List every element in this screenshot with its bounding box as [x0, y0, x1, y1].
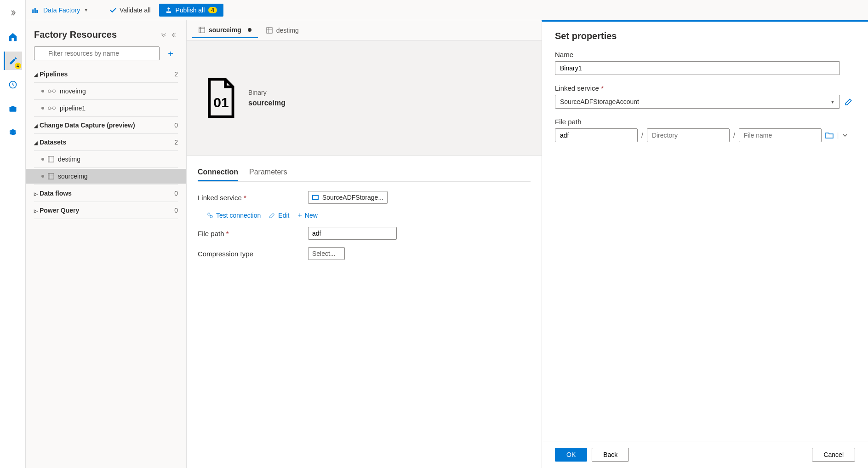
- tree-title: Factory Resources: [34, 29, 117, 40]
- tab-destimg[interactable]: destimg: [260, 23, 305, 38]
- dataset-item-sourceimg[interactable]: sourceimg: [26, 169, 186, 184]
- file-path-input[interactable]: [308, 227, 397, 240]
- ok-button[interactable]: OK: [555, 448, 587, 462]
- publish-badge: 4: [208, 7, 217, 13]
- connection-tab[interactable]: Connection: [198, 164, 238, 181]
- set-properties-panel: Set properties Name Linked service * Sou…: [542, 20, 868, 468]
- cancel-button[interactable]: Cancel: [812, 448, 855, 462]
- pipelines-section[interactable]: ◢ Pipelines 2: [26, 67, 186, 81]
- new-button[interactable]: + New: [297, 211, 317, 220]
- container-input[interactable]: [555, 128, 638, 142]
- editor-tabs: sourceimg destimg: [187, 20, 542, 40]
- dataflows-section[interactable]: ▷ Data flows 0: [26, 186, 186, 201]
- topbar: Data Factory ▼ Validate all Publish all …: [26, 0, 868, 20]
- dataset-type: Binary: [248, 89, 286, 96]
- author-icon[interactable]: 4: [4, 52, 22, 70]
- svg-rect-12: [199, 27, 205, 32]
- add-resource-button[interactable]: +: [163, 46, 178, 61]
- canvas: sourceimg destimg 01: [187, 20, 542, 468]
- svg-rect-13: [267, 27, 272, 33]
- edit-button[interactable]: Edit: [269, 211, 289, 220]
- binary-file-icon: 01: [205, 78, 237, 118]
- tab-sourceimg[interactable]: sourceimg: [192, 23, 258, 38]
- chevron-down-icon: ▼: [84, 7, 88, 12]
- browse-folder-icon[interactable]: [825, 132, 834, 139]
- datasets-section[interactable]: ◢ Datasets 2: [26, 135, 186, 150]
- left-rail: 4: [0, 0, 26, 468]
- test-connection-button[interactable]: Test connection: [207, 211, 261, 220]
- svg-rect-4: [34, 8, 36, 13]
- directory-input[interactable]: [647, 128, 730, 142]
- svg-rect-9: [53, 107, 55, 109]
- dataset-item-destimg[interactable]: destimg: [26, 152, 186, 167]
- compression-select[interactable]: Select...: [308, 247, 345, 260]
- filename-input[interactable]: [739, 128, 822, 142]
- chevron-down-icon: ▼: [830, 99, 835, 104]
- svg-rect-2: [11, 106, 14, 107]
- learn-icon[interactable]: [4, 123, 22, 142]
- name-input[interactable]: [555, 61, 840, 75]
- svg-rect-8: [48, 107, 51, 109]
- tree-collapse-icon[interactable]: [171, 32, 178, 38]
- svg-rect-5: [36, 10, 38, 13]
- svg-rect-11: [48, 173, 54, 179]
- back-button[interactable]: Back: [592, 448, 629, 462]
- df-label-text: Data Factory: [43, 6, 80, 14]
- svg-rect-3: [32, 9, 34, 13]
- svg-rect-10: [48, 156, 54, 162]
- linked-service-dropdown[interactable]: SourceADFStorageAccount ▼: [555, 95, 840, 109]
- svg-rect-7: [53, 90, 55, 92]
- manage-icon[interactable]: [4, 99, 22, 118]
- edit-linked-service-icon[interactable]: [845, 98, 853, 106]
- publish-label: Publish all: [176, 6, 205, 14]
- pipeline-item-moveimg[interactable]: moveimg: [26, 84, 186, 98]
- author-badge: 4: [15, 63, 21, 69]
- cdc-section[interactable]: ◢ Change Data Capture (preview) 0: [26, 118, 186, 133]
- filepath-more-icon[interactable]: [842, 133, 848, 138]
- publish-all-button[interactable]: Publish all 4: [159, 4, 224, 17]
- monitor-icon[interactable]: [4, 75, 22, 94]
- pipeline-item-pipeline1[interactable]: pipeline1: [26, 101, 186, 116]
- powerquery-section[interactable]: ▷ Power Query 0: [26, 203, 186, 218]
- dataset-name: sourceimg: [248, 99, 286, 107]
- svg-rect-1: [9, 107, 16, 112]
- panel-title: Set properties: [555, 31, 855, 41]
- svg-rect-6: [48, 90, 51, 92]
- filter-input[interactable]: [34, 46, 160, 60]
- linked-service-select[interactable]: SourceADFStorage...: [308, 191, 388, 204]
- tree-expand-icon[interactable]: [160, 32, 167, 38]
- modified-dot-icon: [248, 28, 251, 32]
- filepath-label: File path: [555, 118, 855, 126]
- svg-rect-16: [313, 196, 318, 199]
- data-factory-dropdown[interactable]: Data Factory ▼: [31, 6, 88, 14]
- svg-text:01: 01: [213, 95, 229, 110]
- parameters-tab[interactable]: Parameters: [249, 164, 287, 181]
- expand-rail-button[interactable]: [4, 4, 22, 22]
- name-label: Name: [555, 51, 855, 58]
- resource-tree: Factory Resources: [26, 20, 187, 468]
- validate-label: Validate all: [120, 6, 150, 14]
- home-icon[interactable]: [4, 28, 22, 46]
- validate-all-button[interactable]: Validate all: [105, 5, 155, 16]
